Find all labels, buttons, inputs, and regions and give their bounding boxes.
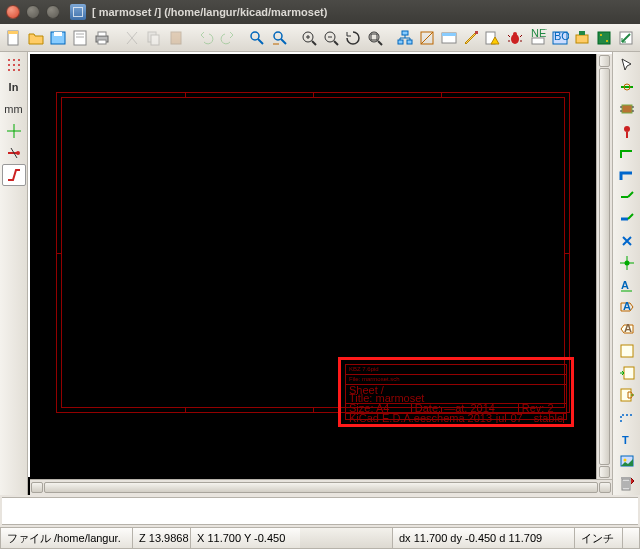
status-unit: インチ <box>574 527 622 549</box>
units-mm-button[interactable]: mm <box>2 98 26 120</box>
place-globallabel-tool[interactable]: A <box>615 296 639 318</box>
svg-rect-1 <box>8 31 18 34</box>
zoom-redraw-button[interactable] <box>343 27 363 49</box>
svg-rect-77 <box>621 389 631 401</box>
import-sheetpin-tool[interactable] <box>615 362 639 384</box>
new-button[interactable] <box>4 27 24 49</box>
svg-rect-32 <box>442 33 456 36</box>
svg-rect-4 <box>74 31 86 45</box>
svg-point-66 <box>624 126 630 132</box>
svg-point-55 <box>18 69 20 71</box>
netlist-button[interactable]: NET <box>527 27 547 49</box>
place-bus-tool[interactable] <box>615 164 639 186</box>
annotate-button[interactable] <box>461 27 481 49</box>
svg-point-48 <box>13 59 15 61</box>
place-sheetpin-tool[interactable] <box>615 384 639 406</box>
pcbnew-button[interactable] <box>594 27 614 49</box>
cursor-shape-button[interactable] <box>2 120 26 142</box>
svg-rect-26 <box>371 34 377 40</box>
hidden-pins-button[interactable] <box>2 142 26 164</box>
window-minimize-button[interactable] <box>26 5 40 19</box>
grid-toggle[interactable] <box>2 54 26 76</box>
place-wire-tool[interactable] <box>615 142 639 164</box>
bug-button[interactable] <box>505 27 525 49</box>
place-junction-tool[interactable] <box>615 252 639 274</box>
tb-row-sheet: Sheet / Title: marmoset <box>346 385 566 404</box>
place-image-tool[interactable] <box>615 450 639 472</box>
place-bus-entry-tool[interactable] <box>615 208 639 230</box>
svg-point-59 <box>16 151 20 155</box>
svg-rect-61 <box>622 105 632 113</box>
title-block-highlight: KBZ 7.6pid File: marmoset.sch Sheet / Ti… <box>338 357 574 427</box>
redo-button[interactable] <box>218 27 238 49</box>
svg-line-14 <box>258 39 263 44</box>
status-zoom: Z 13.9868 <box>132 527 190 549</box>
place-noconnect-tool[interactable] <box>615 230 639 252</box>
place-wire-entry-tool[interactable] <box>615 186 639 208</box>
svg-rect-3 <box>54 32 62 36</box>
window-close-button[interactable] <box>6 5 20 19</box>
window-maximize-button[interactable] <box>46 5 60 19</box>
right-toolbar: A A A T <box>612 52 640 495</box>
svg-point-51 <box>13 64 15 66</box>
horizontal-scrollbar[interactable] <box>30 479 612 495</box>
svg-line-22 <box>334 41 338 45</box>
find-replace-button[interactable] <box>269 27 289 49</box>
cut-button[interactable] <box>122 27 142 49</box>
undo-button[interactable] <box>196 27 216 49</box>
schematic-canvas[interactable]: KBZ 7.6pid File: marmoset.sch Sheet / Ti… <box>30 54 596 479</box>
cvpcb-button[interactable] <box>572 27 592 49</box>
svg-line-16 <box>281 39 286 44</box>
vertical-scrollbar[interactable] <box>596 54 612 479</box>
left-toolbar: In mm <box>0 52 28 495</box>
zoom-out-button[interactable] <box>321 27 341 49</box>
place-component-tool[interactable] <box>615 98 639 120</box>
place-netlabel-tool[interactable]: A <box>615 274 639 296</box>
library-browser-button[interactable] <box>439 27 459 49</box>
svg-point-36 <box>513 32 517 36</box>
save-schematic-button[interactable] <box>48 27 68 49</box>
tb-row-size: Size: A4 Date: —at. 2014 Rev: 2 <box>346 404 566 414</box>
hierarchy-button[interactable] <box>395 27 415 49</box>
zoom-in-button[interactable] <box>299 27 319 49</box>
place-line-tool[interactable] <box>615 406 639 428</box>
svg-rect-43 <box>598 32 610 44</box>
window-titlebar: [ marmoset /] (/home/langur/kicad/marmos… <box>0 0 640 24</box>
status-resize-grip[interactable] <box>622 527 640 549</box>
svg-line-25 <box>378 41 382 45</box>
svg-rect-38 <box>532 38 544 44</box>
place-hierlabel-tool[interactable]: A <box>615 318 639 340</box>
svg-point-54 <box>13 69 15 71</box>
place-sheet-tool[interactable] <box>615 340 639 362</box>
bom-button[interactable]: BOM <box>550 27 570 49</box>
library-editor-button[interactable] <box>417 27 437 49</box>
find-button[interactable] <box>247 27 267 49</box>
paste-button[interactable] <box>166 27 186 49</box>
place-text-tool[interactable]: T <box>615 428 639 450</box>
units-inch-button[interactable]: In <box>2 76 26 98</box>
highlight-net-tool[interactable] <box>615 76 639 98</box>
open-button[interactable] <box>26 27 46 49</box>
window-title: [ marmoset /] (/home/langur/kicad/marmos… <box>92 6 327 18</box>
select-tool[interactable] <box>615 54 639 76</box>
svg-point-70 <box>624 261 629 266</box>
delete-tool[interactable] <box>615 472 639 494</box>
svg-point-44 <box>600 34 602 36</box>
svg-text:A: A <box>621 279 629 291</box>
page-settings-button[interactable] <box>70 27 90 49</box>
svg-rect-82 <box>621 477 631 479</box>
erc-button[interactable] <box>483 27 503 49</box>
place-power-tool[interactable] <box>615 120 639 142</box>
tb-row-file: File: marmoset.sch <box>346 375 566 385</box>
svg-rect-12 <box>171 32 181 44</box>
copy-button[interactable] <box>144 27 164 49</box>
status-bar: ファイル /home/langur. Z 13.9868 X 11.700 Y … <box>0 527 640 549</box>
zoom-fit-button[interactable] <box>365 27 385 49</box>
print-button[interactable] <box>92 27 112 49</box>
svg-line-18 <box>312 41 316 45</box>
status-dxy: dx 11.700 dy -0.450 d 11.709 <box>392 527 574 549</box>
tb-row-kicad: KiCad E.D.A. eeschema 2013-jul-07—stable… <box>346 414 566 423</box>
backannotate-button[interactable] <box>616 27 636 49</box>
bus-direction-button[interactable] <box>2 164 26 186</box>
top-toolbar: NET BOM <box>0 24 640 52</box>
